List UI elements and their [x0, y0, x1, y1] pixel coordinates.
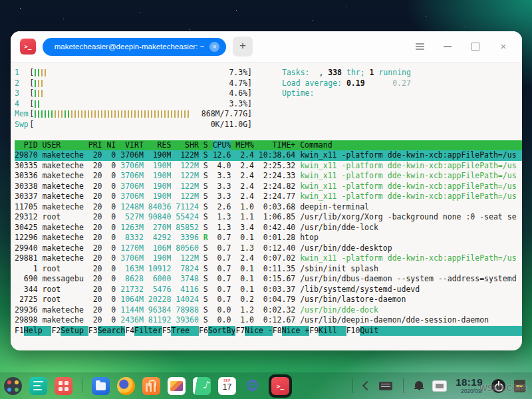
function-key[interactable]: F8Nice + — [273, 326, 309, 336]
window-minimize-button[interactable] — [442, 41, 453, 52]
calendar-icon[interactable]: SEP 17 — [218, 377, 236, 395]
meter-row: Mem[868M/7.77G] — [15, 109, 253, 120]
image-viewer-icon[interactable] — [168, 377, 186, 395]
active-app-indicator: >_ — [269, 374, 292, 398]
tray-time: 18:19 — [456, 377, 483, 387]
process-table: PIDUSERPRINIVIRTRESSHRSCPU%MEM%TIME+Comm… — [15, 140, 522, 326]
tray-app-icon[interactable] — [432, 380, 447, 392]
meter-row: Swp[0K/11.0G] — [15, 120, 253, 130]
notification-bell-icon[interactable] — [414, 381, 424, 390]
clock[interactable]: 18:19 2020/09/ — [456, 377, 483, 394]
music-icon[interactable]: ♪ — [193, 377, 211, 395]
terminal-window: >_ maketecheasier@deepin-maketecheasier:… — [11, 31, 522, 350]
control-center-icon[interactable]: ⚙ — [243, 377, 261, 395]
terminal-app-icon: >_ — [20, 39, 36, 55]
table-row[interactable]: 29881maketeche20 03706M190M 122MS0.7 2.4… — [15, 253, 522, 264]
dock: ♪ SEP 17 ⚙ >_ 18:19 2020/09/ — [0, 372, 532, 399]
function-key[interactable]: F5Tree — [162, 326, 199, 336]
tray-date: 2020/09/ — [456, 388, 483, 394]
table-row[interactable]: 1root20 0163M10912 7824S0.7 0.10:11.35/s… — [15, 264, 522, 275]
window-close-button[interactable]: × — [498, 41, 509, 52]
table-row[interactable]: 30425maketeche20 01263M270M 85852S1.3 3.… — [15, 223, 522, 233]
tray-separator — [352, 378, 353, 393]
table-row[interactable]: 29898maketeche20 02436M81192 39360S0.0 1… — [15, 315, 522, 326]
new-tab-button[interactable]: + — [233, 37, 253, 57]
maximize-icon — [471, 43, 479, 51]
table-row[interactable]: 30336maketeche20 03706M190M 122MS3.3 2.4… — [15, 171, 522, 182]
tasks-load-uptime: Tasks: , 338 thr; 1 runningLoad average:… — [282, 68, 411, 130]
table-row[interactable]: 344root20 0217325476 4116S0.7 0.10:03.37… — [15, 285, 522, 295]
function-key[interactable]: F1Help — [15, 326, 51, 336]
app-grid-icon[interactable] — [55, 377, 72, 395]
table-row[interactable]: 30338maketeche20 03706M190M 122MS3.3 2.4… — [15, 182, 522, 192]
cpu-memory-meters: 1 [7.3%] 2 [4.7%] 3 [4.6%] 4 [3.3%] Mem[… — [15, 68, 253, 130]
function-key[interactable]: F7Nice - — [235, 326, 272, 336]
table-row[interactable]: 690messagebu20 086286000 3748S0.7 0.10:1… — [15, 274, 522, 285]
window-maximize-button[interactable] — [470, 41, 481, 52]
table-row[interactable]: 12296maketeche20 083324292 3396R0.7 0.10… — [15, 233, 522, 243]
table-row[interactable]: 29940maketeche20 01270M106M 80560S0.7 1.… — [15, 243, 522, 254]
file-manager-icon[interactable] — [92, 377, 110, 395]
wallpaper-stars — [0, 0, 1, 1]
minimize-icon — [444, 46, 452, 47]
htop-screen: 1 [7.3%] 2 [4.7%] 3 [4.6%] 4 [3.3%] Mem[… — [11, 63, 522, 336]
window-menu-button[interactable] — [414, 41, 425, 52]
meter-row: 3 [4.6%] — [15, 88, 253, 99]
keyboard-layout-icon[interactable] — [379, 382, 392, 390]
tab-close-icon[interactable]: × — [209, 42, 219, 52]
tray-separator — [403, 378, 404, 393]
meter-row: 2 [4.7%] — [15, 78, 253, 89]
terminal-dock-icon[interactable]: >_ — [271, 377, 289, 395]
terminal-tab[interactable]: maketecheasier@deepin-maketecheasier: ~ … — [43, 38, 226, 56]
dock-separator — [82, 378, 82, 393]
function-key[interactable]: F10Quit — [346, 326, 522, 336]
close-icon: × — [501, 42, 507, 51]
tray-collapse-chevron-icon[interactable] — [362, 381, 372, 390]
terminal-tabbar: >_ maketecheasier@deepin-maketecheasier:… — [11, 31, 522, 63]
function-key[interactable]: F3Search — [88, 326, 125, 336]
meter-row: 1 [7.3%] — [15, 68, 253, 78]
table-row[interactable]: 29312root20 0527M90840 55424S1.3 1.11:06… — [15, 212, 522, 223]
function-key[interactable]: F9Kill — [309, 326, 346, 336]
function-key[interactable]: F2Setup — [51, 326, 88, 336]
table-row[interactable]: 29936maketeche20 01144M96384 78988S0.0 1… — [15, 305, 522, 316]
table-header[interactable]: PIDUSERPRINIVIRTRESSHRSCPU%MEM%TIME+Comm… — [15, 140, 522, 151]
table-row[interactable]: 30337maketeche20 03706M190M 122MS3.3 2.4… — [15, 192, 522, 202]
menu-icon — [416, 46, 424, 47]
function-key[interactable]: F6SortBy — [199, 326, 235, 336]
function-key[interactable]: F4Filter — [125, 326, 162, 336]
table-row[interactable]: 29870maketeche20 03706M190M 122MS12.6 2.… — [15, 150, 522, 161]
launcher-icon[interactable] — [4, 377, 22, 395]
firefox-icon[interactable] — [117, 377, 135, 395]
table-row[interactable]: 11705maketeche20 01248M84036 71124S2.6 1… — [15, 202, 522, 213]
app-store-icon[interactable] — [142, 377, 160, 395]
table-row[interactable]: 30335maketeche20 03706M190M 122MS4.0 2.4… — [15, 161, 522, 172]
watermark: wsxn.com — [479, 382, 527, 394]
function-key-bar: F1Help F2Setup F3Search F4Filter F5Tree … — [15, 326, 522, 336]
tab-title: maketecheasier@deepin-maketecheasier: ~ — [55, 43, 205, 51]
table-row[interactable]: 2725root20 01064M20228 14024S0.7 0.20:04… — [15, 295, 522, 305]
multitasking-view-icon[interactable] — [29, 377, 47, 395]
meter-row: 4 [3.3%] — [15, 99, 253, 110]
